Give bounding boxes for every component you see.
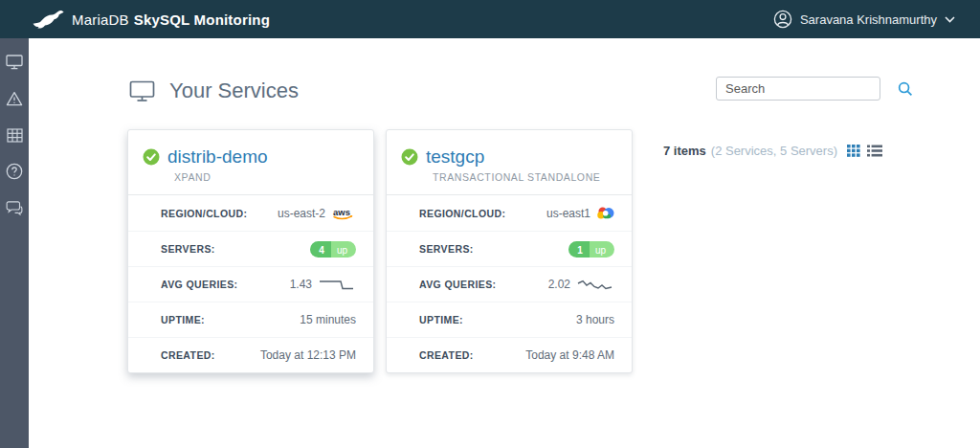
svg-text:aws: aws — [333, 206, 350, 216]
avg-queries-row: AVG QUERIES: 2.02 — [387, 266, 632, 302]
brand: MariaDB SkySQL Monitoring — [33, 9, 270, 30]
servers-row: SERVERS: 1 up — [387, 231, 632, 266]
sidebar-item-feedback chat-feedback-icon[interactable] — [6, 199, 23, 216]
region-value: us-east-2 — [278, 207, 325, 220]
status-ok-icon — [401, 148, 418, 166]
user-avatar-icon — [773, 10, 792, 29]
avg-queries-label: AVG QUERIES: — [419, 279, 496, 290]
search-input[interactable] — [717, 81, 898, 96]
region-row: REGION/CLOUD: us-east1 — [387, 195, 632, 231]
service-name-link[interactable]: testgcp — [426, 146, 484, 168]
servers-status-badge: 1 up — [568, 241, 614, 258]
uptime-row: UPTIME: 15 minutes — [128, 302, 373, 337]
list-view-icon[interactable] — [867, 145, 882, 157]
sidebar-item-data grid-table-icon[interactable] — [6, 126, 23, 144]
servers-count: 1 — [568, 241, 590, 258]
sidebar-item-services monitor-icon[interactable] — [6, 54, 23, 71]
services-monitor-icon — [129, 80, 155, 102]
items-summary-row: 7 items (2 Services, 5 Servers) — [641, 144, 882, 158]
page-title: Your Services — [169, 78, 299, 103]
service-name-link[interactable]: distrib-demo — [167, 146, 268, 168]
region-row: REGION/CLOUD: us-east-2 aws — [128, 195, 373, 231]
view-toggle — [847, 145, 882, 157]
items-breakdown: (2 Services, 5 Servers) — [711, 144, 837, 158]
avg-queries-row: AVG QUERIES: 1.43 — [128, 266, 373, 302]
search-box — [716, 77, 880, 101]
service-card-testgcp[interactable]: testgcp TRANSACTIONAL STANDALONE REGION/… — [386, 129, 633, 373]
gcp-logo-icon — [596, 206, 614, 220]
uptime-value: 3 hours — [576, 313, 614, 326]
queries-sparkline-icon — [318, 278, 356, 292]
mariadb-seal-logo-icon — [33, 9, 65, 30]
avg-queries-value: 1.43 — [290, 278, 312, 291]
created-row: CREATED: Today at 12:13 PM — [128, 337, 373, 372]
user-menu[interactable]: Saravana Krishnamurthy — [773, 10, 955, 29]
skysql-monitoring-app: MariaDB SkySQL Monitoring Saravana Krish… — [0, 0, 980, 448]
uptime-row: UPTIME: 3 hours — [387, 302, 632, 337]
avg-queries-value: 2.02 — [548, 278, 570, 291]
left-sidebar — [0, 38, 29, 448]
servers-status-badge: 4 up — [310, 241, 356, 258]
service-cards: distrib-demo XPAND REGION/CLOUD: us-east… — [127, 129, 633, 373]
servers-label: SERVERS: — [419, 243, 474, 255]
servers-status: up — [590, 241, 614, 258]
service-card-distrib-demo[interactable]: distrib-demo XPAND REGION/CLOUD: us-east… — [127, 129, 374, 373]
created-label: CREATED: — [419, 349, 474, 361]
user-name: Saravana Krishnamurthy — [800, 12, 937, 27]
region-value: us-east1 — [546, 207, 590, 220]
top-bar: MariaDB SkySQL Monitoring Saravana Krish… — [0, 0, 980, 38]
product-name: SkySQL Monitoring — [134, 11, 270, 28]
servers-count: 4 — [310, 241, 331, 258]
servers-label: SERVERS: — [161, 243, 215, 255]
queries-sparkline-icon — [576, 278, 614, 292]
card-header: testgcp TRANSACTIONAL STANDALONE — [387, 130, 632, 195]
uptime-label: UPTIME: — [161, 314, 205, 325]
card-header: distrib-demo XPAND — [128, 130, 373, 195]
status-ok-icon — [143, 148, 160, 166]
aws-logo-icon: aws — [331, 206, 356, 221]
created-value: Today at 9:48 AM — [525, 348, 614, 362]
created-row: CREATED: Today at 9:48 AM — [387, 337, 632, 372]
service-type: TRANSACTIONAL STANDALONE — [433, 171, 616, 183]
servers-row: SERVERS: 4 up — [128, 231, 373, 266]
page-heading: Your Services — [129, 78, 299, 103]
items-count: 7 items — [663, 144, 706, 158]
sidebar-item-alerts warning-triangle-icon[interactable] — [6, 90, 23, 107]
uptime-value: 15 minutes — [300, 313, 356, 326]
avg-queries-label: AVG QUERIES: — [161, 279, 237, 290]
search-icon[interactable] — [898, 78, 913, 100]
grid-view-icon[interactable] — [847, 145, 860, 157]
chevron-down-icon — [945, 16, 955, 23]
sidebar-item-help help-question-icon[interactable] — [6, 163, 23, 180]
brand-name: MariaDB — [72, 11, 129, 28]
main-content: Your Services 7 items (2 Services, 5 Ser… — [29, 38, 980, 448]
service-type: XPAND — [174, 171, 358, 183]
region-label: REGION/CLOUD: — [419, 208, 505, 219]
created-label: CREATED: — [161, 349, 215, 361]
uptime-label: UPTIME: — [419, 314, 463, 325]
created-value: Today at 12:13 PM — [260, 348, 356, 362]
servers-status: up — [331, 241, 356, 258]
region-label: REGION/CLOUD: — [161, 208, 247, 219]
